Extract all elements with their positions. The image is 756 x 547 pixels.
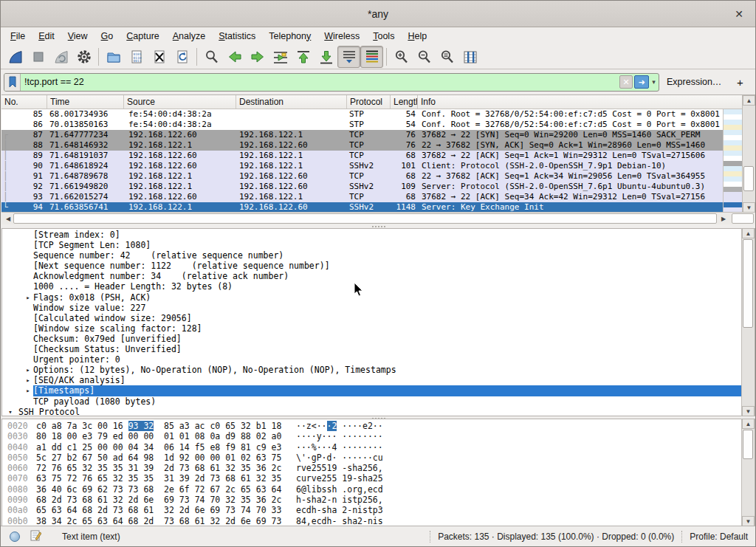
detail-line[interactable]: [Window size scaling factor: 128]	[2, 323, 755, 334]
hex-row-0050[interactable]: 00505c 27 b2 67 50 ad 64 98 1d 92 00 00 …	[2, 453, 755, 463]
scroll-down-icon[interactable]: ▼	[743, 202, 755, 213]
clear-filter-icon[interactable]: ✕	[619, 75, 633, 89]
hex-row-00a0[interactable]: 00a065 63 64 68 2d 73 68 61 32 2d 6e 69 …	[2, 505, 755, 515]
menu-statistics[interactable]: Statistics	[212, 29, 262, 44]
menu-capture[interactable]: Capture	[120, 29, 165, 44]
scroll-thumb[interactable]	[743, 430, 753, 459]
hex-row-00b0[interactable]: 00b038 34 2c 65 63 64 68 2d 73 68 61 32 …	[2, 516, 755, 526]
zoom-original-button[interactable]	[436, 46, 458, 68]
detail-line[interactable]: 1000 .... = Header Length: 32 bytes (8)	[2, 281, 755, 292]
packet-row-86[interactable]: 8670.013850163fe:54:00:d4:38:2aSTP54Conf…	[1, 120, 723, 130]
first-packet-button[interactable]	[292, 46, 315, 68]
detail-line[interactable]: ▸Options: (12 bytes), No-Operation (NOP)…	[2, 365, 755, 375]
detail-line[interactable]: ▸Flags: 0x018 (PSH, ACK)	[2, 292, 755, 303]
detail-line[interactable]: ▸[SEQ/ACK analysis]	[2, 375, 755, 385]
hex-row-0030[interactable]: 003080 18 00 e3 79 ed 00 00 01 01 08 0a …	[2, 431, 755, 441]
detail-line[interactable]: Acknowledgment number: 34 (relative ack …	[2, 271, 755, 281]
packet-row-85[interactable]: 8568.001734936fe:54:00:d4:38:2aSTP54Conf…	[1, 109, 723, 120]
hex-row-0020[interactable]: 0020c0 a8 7a 3c 00 16 93 32 85 a3 ac c0 …	[2, 421, 755, 431]
go-to-packet-button[interactable]	[269, 46, 292, 68]
scroll-left-icon[interactable]: ◀	[3, 213, 13, 224]
packet-row-87[interactable]: 87┌71.647777234192.168.122.60192.168.122…	[1, 130, 723, 140]
packet-row-89[interactable]: 89│71.648191037192.168.122.60192.168.122…	[1, 151, 723, 161]
detail-line[interactable]: Urgent pointer: 0	[2, 354, 755, 365]
column-header-no[interactable]: No.	[1, 95, 47, 109]
detail-line[interactable]: Window size value: 227	[2, 303, 755, 313]
column-header-protocol[interactable]: Protocol	[347, 95, 391, 109]
hscroll-track[interactable]	[13, 213, 717, 224]
bytes-vscrollbar[interactable]: ▲ ▼	[741, 419, 755, 526]
collapsed-arrow-icon[interactable]: ▸	[23, 385, 33, 396]
filter-history-caret-icon[interactable]: ▾	[649, 78, 659, 86]
hex-row-0080[interactable]: 008036 40 6c 69 62 73 73 68 2e 6f 72 67 …	[2, 484, 755, 495]
scroll-right-icon[interactable]: ▶	[718, 213, 729, 224]
details-vscrollbar[interactable]: ▲ ▼	[741, 228, 755, 416]
detail-line[interactable]: ▾SSH Protocol	[2, 407, 755, 416]
scroll-thumb[interactable]	[743, 166, 754, 191]
packet-row-88[interactable]: 88│71.648146932192.168.122.1192.168.122.…	[1, 140, 723, 151]
menu-wireless[interactable]: Wireless	[317, 29, 366, 44]
hex-row-0060[interactable]: 006072 76 65 32 35 35 31 39 2d 73 68 61 …	[2, 463, 755, 473]
detail-line[interactable]: [Stream index: 0]	[2, 230, 755, 240]
capture-comment-icon[interactable]	[30, 529, 41, 543]
menu-go[interactable]: Go	[94, 29, 120, 44]
detail-line[interactable]: [TCP Segment Len: 1080]	[2, 240, 755, 250]
find-packet-button[interactable]	[200, 46, 223, 68]
save-file-button[interactable]: 010101100011	[125, 46, 148, 68]
collapsed-arrow-icon[interactable]: ▸	[23, 292, 33, 303]
scroll-up-icon[interactable]: ▲	[743, 95, 755, 106]
bookmark-icon[interactable]	[4, 74, 21, 91]
packet-list-vscrollbar[interactable]: ▲ ▼	[742, 95, 755, 213]
go-forward-button[interactable]	[246, 46, 269, 68]
autoscroll-toggle[interactable]	[337, 46, 360, 68]
menu-telephony[interactable]: Telephony	[262, 29, 317, 44]
detail-line[interactable]: TCP payload (1080 bytes)	[2, 396, 755, 407]
hex-row-0090[interactable]: 009068 2d 73 68 61 32 2d 6e 69 73 74 70 …	[2, 495, 755, 505]
scroll-up-icon[interactable]: ▲	[742, 419, 755, 429]
profile-text[interactable]: Profile: Default	[690, 531, 748, 542]
scroll-down-icon[interactable]: ▼	[742, 516, 755, 526]
packet-row-93[interactable]: 93│71.662015274192.168.122.60192.168.122…	[1, 192, 723, 202]
menu-help[interactable]: Help	[401, 29, 433, 44]
column-header-info[interactable]: Info	[418, 95, 755, 109]
start-capture-button[interactable]	[4, 46, 27, 68]
restart-capture-button[interactable]	[49, 46, 72, 68]
column-header-length[interactable]: Length	[391, 95, 418, 109]
detail-line[interactable]: [Calculated window size: 29056]	[2, 313, 755, 323]
packet-row-91[interactable]: 91│71.648789678192.168.122.1192.168.122.…	[1, 171, 723, 182]
column-header-destination[interactable]: Destination	[236, 95, 347, 109]
column-header-source[interactable]: Source	[124, 95, 236, 109]
apply-filter-icon[interactable]: ➜	[634, 75, 649, 89]
intelligent-scrollbar-minimap[interactable]	[723, 109, 742, 213]
colorize-toggle[interactable]	[360, 46, 383, 68]
display-filter-input[interactable]: !tcp.port == 22 ✕ ➜ ▾	[4, 73, 659, 92]
collapsed-arrow-icon[interactable]: ▸	[23, 375, 33, 385]
column-header-time[interactable]: Time	[47, 95, 124, 109]
detail-line[interactable]: Checksum: 0x79ed [unverified]	[2, 334, 755, 344]
detail-line[interactable]: Sequence number: 42 (relative sequence n…	[2, 250, 755, 261]
zoom-out-button[interactable]	[413, 46, 436, 68]
packet-list-hscrollbar[interactable]: ◀ ▶	[1, 212, 755, 224]
hex-row-0040[interactable]: 0040a1 dd c1 25 00 00 04 34 06 14 f5 e8 …	[2, 442, 755, 453]
scroll-down-icon[interactable]: ▼	[742, 406, 755, 416]
capture-options-button[interactable]	[72, 46, 95, 68]
detail-line[interactable]: [Next sequence number: 1122 (relative se…	[2, 261, 755, 271]
zoom-in-button[interactable]	[390, 46, 413, 68]
reload-file-button[interactable]	[171, 46, 193, 68]
scroll-up-icon[interactable]: ▲	[742, 228, 755, 238]
add-filter-button[interactable]: +	[732, 76, 748, 89]
menu-tools[interactable]: Tools	[366, 29, 401, 44]
expanded-arrow-icon[interactable]: ▾	[2, 407, 18, 416]
menu-analyze[interactable]: Analyze	[166, 29, 212, 44]
last-packet-button[interactable]	[315, 46, 337, 68]
filter-text[interactable]: !tcp.port == 22	[21, 77, 619, 87]
packet-row-92[interactable]: 92│71.661949820192.168.122.1192.168.122.…	[1, 182, 723, 192]
expression-button[interactable]: Expression…	[667, 77, 721, 87]
menu-edit[interactable]: Edit	[32, 29, 61, 44]
expert-info-icon[interactable]	[10, 531, 20, 542]
collapsed-arrow-icon[interactable]: ▸	[23, 365, 33, 375]
packet-row-94[interactable]: 94└71.663856741192.168.122.1192.168.122.…	[1, 202, 723, 213]
menu-view[interactable]: View	[61, 29, 94, 44]
detail-line[interactable]: [Checksum Status: Unverified]	[2, 344, 755, 354]
scroll-thumb[interactable]	[743, 239, 753, 328]
